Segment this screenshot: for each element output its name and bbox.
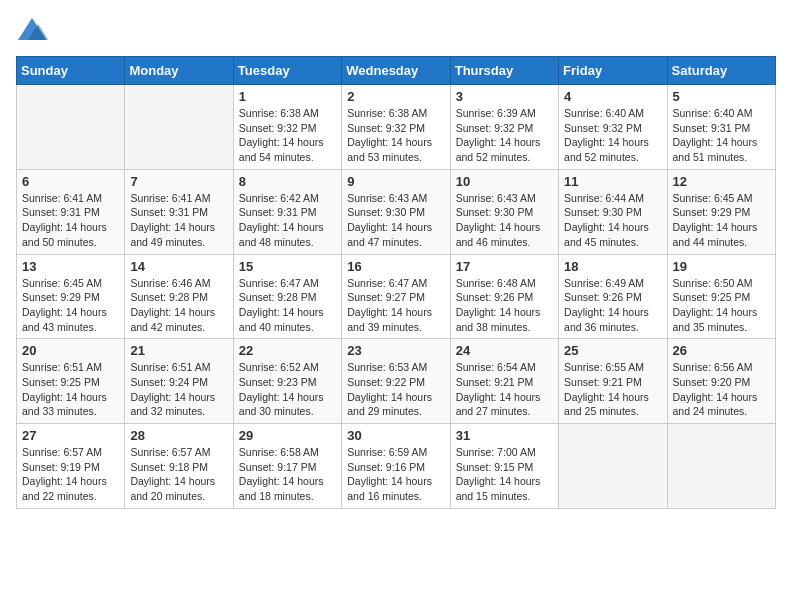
calendar-cell: 20Sunrise: 6:51 AMSunset: 9:25 PMDayligh… (17, 339, 125, 424)
calendar-cell: 28Sunrise: 6:57 AMSunset: 9:18 PMDayligh… (125, 424, 233, 509)
cell-content: Sunrise: 6:43 AMSunset: 9:30 PMDaylight:… (456, 191, 553, 250)
cell-content: Sunrise: 6:46 AMSunset: 9:28 PMDaylight:… (130, 276, 227, 335)
cell-content: Sunrise: 6:53 AMSunset: 9:22 PMDaylight:… (347, 360, 444, 419)
day-number: 26 (673, 343, 770, 358)
calendar-cell: 3Sunrise: 6:39 AMSunset: 9:32 PMDaylight… (450, 85, 558, 170)
cell-content: Sunrise: 6:59 AMSunset: 9:16 PMDaylight:… (347, 445, 444, 504)
cell-content: Sunrise: 6:38 AMSunset: 9:32 PMDaylight:… (239, 106, 336, 165)
day-number: 14 (130, 259, 227, 274)
calendar-week-row: 6Sunrise: 6:41 AMSunset: 9:31 PMDaylight… (17, 169, 776, 254)
calendar-cell: 27Sunrise: 6:57 AMSunset: 9:19 PMDayligh… (17, 424, 125, 509)
day-number: 3 (456, 89, 553, 104)
cell-content: Sunrise: 6:47 AMSunset: 9:27 PMDaylight:… (347, 276, 444, 335)
calendar-cell (667, 424, 775, 509)
calendar-cell: 6Sunrise: 6:41 AMSunset: 9:31 PMDaylight… (17, 169, 125, 254)
cell-content: Sunrise: 6:51 AMSunset: 9:24 PMDaylight:… (130, 360, 227, 419)
calendar-cell: 25Sunrise: 6:55 AMSunset: 9:21 PMDayligh… (559, 339, 667, 424)
calendar-cell: 23Sunrise: 6:53 AMSunset: 9:22 PMDayligh… (342, 339, 450, 424)
logo (16, 16, 52, 44)
cell-content: Sunrise: 6:49 AMSunset: 9:26 PMDaylight:… (564, 276, 661, 335)
day-number: 27 (22, 428, 119, 443)
cell-content: Sunrise: 6:40 AMSunset: 9:31 PMDaylight:… (673, 106, 770, 165)
calendar-cell: 30Sunrise: 6:59 AMSunset: 9:16 PMDayligh… (342, 424, 450, 509)
cell-content: Sunrise: 6:57 AMSunset: 9:18 PMDaylight:… (130, 445, 227, 504)
day-number: 25 (564, 343, 661, 358)
calendar-week-row: 13Sunrise: 6:45 AMSunset: 9:29 PMDayligh… (17, 254, 776, 339)
cell-content: Sunrise: 6:57 AMSunset: 9:19 PMDaylight:… (22, 445, 119, 504)
cell-content: Sunrise: 6:41 AMSunset: 9:31 PMDaylight:… (22, 191, 119, 250)
day-number: 4 (564, 89, 661, 104)
calendar-cell: 19Sunrise: 6:50 AMSunset: 9:25 PMDayligh… (667, 254, 775, 339)
calendar-cell: 31Sunrise: 7:00 AMSunset: 9:15 PMDayligh… (450, 424, 558, 509)
calendar-cell: 4Sunrise: 6:40 AMSunset: 9:32 PMDaylight… (559, 85, 667, 170)
cell-content: Sunrise: 6:56 AMSunset: 9:20 PMDaylight:… (673, 360, 770, 419)
calendar-cell: 9Sunrise: 6:43 AMSunset: 9:30 PMDaylight… (342, 169, 450, 254)
day-number: 12 (673, 174, 770, 189)
day-number: 15 (239, 259, 336, 274)
cell-content: Sunrise: 6:47 AMSunset: 9:28 PMDaylight:… (239, 276, 336, 335)
day-number: 6 (22, 174, 119, 189)
calendar-cell (125, 85, 233, 170)
calendar-week-row: 20Sunrise: 6:51 AMSunset: 9:25 PMDayligh… (17, 339, 776, 424)
calendar-table: SundayMondayTuesdayWednesdayThursdayFrid… (16, 56, 776, 509)
day-number: 23 (347, 343, 444, 358)
logo-icon (16, 16, 48, 44)
calendar-cell: 10Sunrise: 6:43 AMSunset: 9:30 PMDayligh… (450, 169, 558, 254)
day-number: 9 (347, 174, 444, 189)
calendar-week-row: 27Sunrise: 6:57 AMSunset: 9:19 PMDayligh… (17, 424, 776, 509)
calendar-cell: 1Sunrise: 6:38 AMSunset: 9:32 PMDaylight… (233, 85, 341, 170)
weekday-header: Monday (125, 57, 233, 85)
calendar-week-row: 1Sunrise: 6:38 AMSunset: 9:32 PMDaylight… (17, 85, 776, 170)
cell-content: Sunrise: 7:00 AMSunset: 9:15 PMDaylight:… (456, 445, 553, 504)
cell-content: Sunrise: 6:39 AMSunset: 9:32 PMDaylight:… (456, 106, 553, 165)
day-number: 19 (673, 259, 770, 274)
day-number: 8 (239, 174, 336, 189)
calendar-cell: 29Sunrise: 6:58 AMSunset: 9:17 PMDayligh… (233, 424, 341, 509)
calendar-cell: 16Sunrise: 6:47 AMSunset: 9:27 PMDayligh… (342, 254, 450, 339)
weekday-header: Friday (559, 57, 667, 85)
cell-content: Sunrise: 6:45 AMSunset: 9:29 PMDaylight:… (22, 276, 119, 335)
cell-content: Sunrise: 6:43 AMSunset: 9:30 PMDaylight:… (347, 191, 444, 250)
day-number: 20 (22, 343, 119, 358)
day-number: 30 (347, 428, 444, 443)
weekday-header: Thursday (450, 57, 558, 85)
day-number: 11 (564, 174, 661, 189)
calendar-cell: 17Sunrise: 6:48 AMSunset: 9:26 PMDayligh… (450, 254, 558, 339)
calendar-cell: 7Sunrise: 6:41 AMSunset: 9:31 PMDaylight… (125, 169, 233, 254)
calendar-cell (17, 85, 125, 170)
day-number: 1 (239, 89, 336, 104)
day-number: 28 (130, 428, 227, 443)
cell-content: Sunrise: 6:51 AMSunset: 9:25 PMDaylight:… (22, 360, 119, 419)
day-number: 21 (130, 343, 227, 358)
calendar-cell: 22Sunrise: 6:52 AMSunset: 9:23 PMDayligh… (233, 339, 341, 424)
day-number: 10 (456, 174, 553, 189)
cell-content: Sunrise: 6:42 AMSunset: 9:31 PMDaylight:… (239, 191, 336, 250)
weekday-header: Sunday (17, 57, 125, 85)
calendar-header-row: SundayMondayTuesdayWednesdayThursdayFrid… (17, 57, 776, 85)
calendar-cell: 26Sunrise: 6:56 AMSunset: 9:20 PMDayligh… (667, 339, 775, 424)
day-number: 24 (456, 343, 553, 358)
cell-content: Sunrise: 6:48 AMSunset: 9:26 PMDaylight:… (456, 276, 553, 335)
day-number: 22 (239, 343, 336, 358)
day-number: 5 (673, 89, 770, 104)
calendar-cell: 8Sunrise: 6:42 AMSunset: 9:31 PMDaylight… (233, 169, 341, 254)
weekday-header: Tuesday (233, 57, 341, 85)
page-header (16, 16, 776, 44)
cell-content: Sunrise: 6:45 AMSunset: 9:29 PMDaylight:… (673, 191, 770, 250)
day-number: 16 (347, 259, 444, 274)
calendar-cell: 14Sunrise: 6:46 AMSunset: 9:28 PMDayligh… (125, 254, 233, 339)
calendar-cell: 21Sunrise: 6:51 AMSunset: 9:24 PMDayligh… (125, 339, 233, 424)
day-number: 29 (239, 428, 336, 443)
day-number: 7 (130, 174, 227, 189)
calendar-cell: 2Sunrise: 6:38 AMSunset: 9:32 PMDaylight… (342, 85, 450, 170)
calendar-cell: 12Sunrise: 6:45 AMSunset: 9:29 PMDayligh… (667, 169, 775, 254)
cell-content: Sunrise: 6:38 AMSunset: 9:32 PMDaylight:… (347, 106, 444, 165)
weekday-header: Wednesday (342, 57, 450, 85)
calendar-cell: 11Sunrise: 6:44 AMSunset: 9:30 PMDayligh… (559, 169, 667, 254)
cell-content: Sunrise: 6:52 AMSunset: 9:23 PMDaylight:… (239, 360, 336, 419)
cell-content: Sunrise: 6:58 AMSunset: 9:17 PMDaylight:… (239, 445, 336, 504)
cell-content: Sunrise: 6:41 AMSunset: 9:31 PMDaylight:… (130, 191, 227, 250)
calendar-cell: 15Sunrise: 6:47 AMSunset: 9:28 PMDayligh… (233, 254, 341, 339)
calendar-cell (559, 424, 667, 509)
cell-content: Sunrise: 6:54 AMSunset: 9:21 PMDaylight:… (456, 360, 553, 419)
